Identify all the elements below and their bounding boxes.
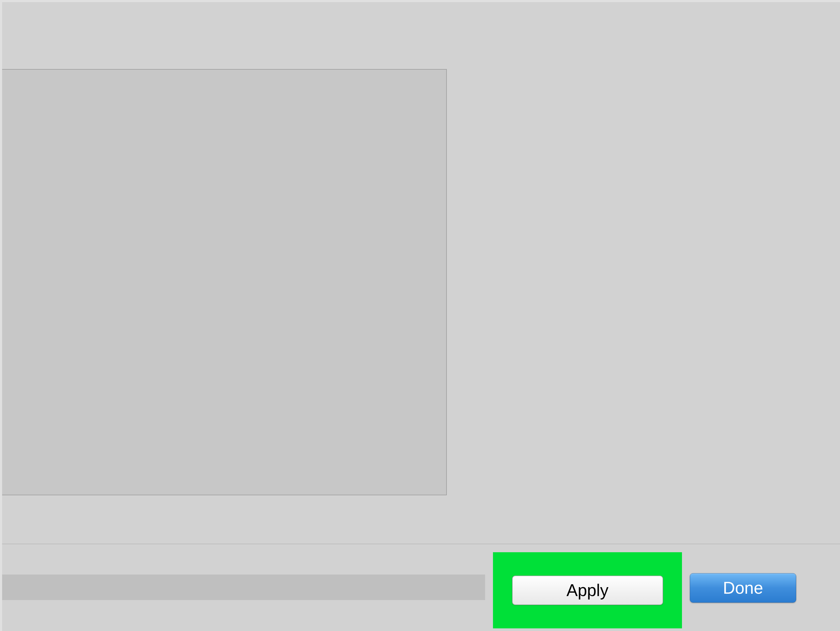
apply-highlight: Apply — [493, 552, 682, 628]
apply-button[interactable]: Apply — [512, 576, 663, 605]
main-area: Apply Done — [2, 2, 840, 631]
top-border — [0, 0, 840, 2]
left-border — [0, 0, 2, 631]
content-panel — [2, 69, 447, 495]
bottom-bar — [2, 574, 485, 600]
footer-divider — [2, 544, 840, 544]
done-button[interactable]: Done — [690, 573, 796, 603]
